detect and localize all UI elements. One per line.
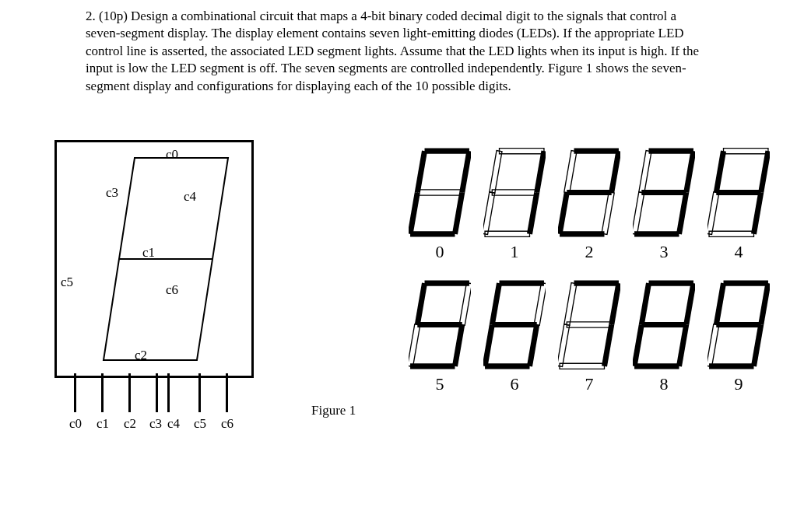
- digit-label: 8: [629, 374, 699, 394]
- svg-marker-27: [683, 151, 695, 194]
- svg-marker-56: [558, 324, 570, 367]
- seven-segment-module: c0 c3 c4 c1 c5 c6 c2 c0 c1 c2 c3 c4 c5 c…: [31, 140, 272, 428]
- svg-marker-62: [683, 283, 695, 326]
- svg-marker-9: [500, 149, 544, 154]
- svg-marker-36: [751, 192, 764, 235]
- svg-marker-31: [716, 190, 760, 195]
- label-c4: c4: [184, 189, 196, 205]
- svg-marker-41: [459, 283, 471, 326]
- digit-label: 0: [405, 242, 475, 262]
- svg-marker-70: [707, 324, 719, 367]
- svg-marker-17: [567, 190, 611, 195]
- problem-number: 2.: [86, 9, 96, 23]
- svg-marker-63: [633, 324, 644, 367]
- svg-marker-2: [425, 149, 469, 154]
- svg-marker-29: [676, 192, 689, 235]
- svg-marker-39: [410, 363, 455, 369]
- svg-marker-10: [492, 190, 536, 195]
- digit-5: 5: [405, 280, 475, 397]
- svg-marker-53: [560, 363, 604, 369]
- svg-marker-22: [602, 192, 614, 235]
- label-c5: c5: [61, 275, 73, 290]
- svg-marker-18: [560, 231, 604, 236]
- svg-marker-6: [459, 151, 471, 194]
- svg-marker-67: [709, 363, 753, 369]
- digit-label: 5: [405, 374, 475, 394]
- problem-body: Design a combinational circuit that maps…: [86, 9, 699, 93]
- label-c0: c0: [166, 147, 178, 163]
- svg-marker-32: [709, 231, 753, 236]
- pin-c0: [74, 373, 76, 412]
- svg-marker-35: [707, 192, 719, 235]
- digit-3: 3: [629, 148, 699, 264]
- pinlabel-c4: c4: [167, 416, 180, 432]
- svg-marker-42: [409, 324, 420, 367]
- pin-c3: [156, 373, 158, 412]
- svg-marker-65: [724, 281, 768, 286]
- svg-marker-37: [425, 281, 469, 286]
- svg-marker-16: [574, 149, 619, 154]
- svg-marker-23: [649, 149, 693, 154]
- segment-parallelogram: [104, 158, 228, 360]
- svg-marker-8: [452, 192, 465, 235]
- pinlabel-c5: c5: [194, 416, 206, 432]
- svg-marker-20: [609, 151, 620, 194]
- svg-marker-30: [724, 149, 768, 154]
- svg-marker-12: [490, 151, 502, 194]
- problem-points: (10p): [99, 9, 128, 23]
- svg-marker-68: [714, 283, 726, 326]
- pinlabel-c6: c6: [221, 416, 233, 432]
- svg-marker-58: [649, 281, 693, 286]
- svg-marker-54: [564, 283, 577, 326]
- svg-marker-34: [758, 151, 770, 194]
- pin-c2: [128, 373, 131, 412]
- svg-marker-13: [534, 151, 546, 194]
- svg-marker-40: [415, 283, 427, 326]
- problem-statement: 2. (10p) Design a combinational circuit …: [86, 8, 708, 95]
- pin-c1: [101, 373, 104, 412]
- module-pins: c0 c1 c2 c3 c4 c5 c6: [58, 373, 245, 428]
- digit-label: 3: [629, 242, 699, 262]
- label-c1: c1: [142, 245, 155, 261]
- svg-marker-7: [409, 192, 420, 235]
- digit-0: 0: [405, 148, 475, 264]
- digit-4: 4: [704, 148, 774, 264]
- svg-marker-46: [485, 363, 529, 369]
- digit-8: 8: [629, 280, 699, 397]
- digit-9: 9: [704, 280, 774, 397]
- figure-caption: Figure 1: [311, 403, 356, 418]
- svg-marker-19: [564, 151, 577, 194]
- svg-marker-3: [417, 190, 462, 195]
- svg-marker-33: [714, 151, 726, 194]
- svg-marker-47: [490, 283, 502, 326]
- svg-marker-25: [634, 231, 679, 236]
- digit-label: 7: [554, 374, 624, 394]
- svg-marker-24: [641, 190, 686, 195]
- digit-6: 6: [479, 280, 549, 397]
- svg-marker-60: [634, 363, 679, 369]
- pinlabel-c3: c3: [149, 416, 162, 432]
- svg-marker-14: [483, 192, 495, 235]
- svg-marker-43: [452, 324, 465, 367]
- svg-marker-15: [527, 192, 539, 235]
- svg-marker-5: [415, 151, 427, 194]
- digit-label: 2: [554, 242, 624, 262]
- label-c3: c3: [106, 185, 118, 201]
- figure-1: c0 c3 c4 c1 c5 c6 c2 c0 c1 c2 c3 c4 c5 c…: [31, 140, 778, 513]
- pinlabel-c0: c0: [69, 416, 82, 432]
- svg-marker-4: [410, 231, 455, 236]
- svg-marker-48: [534, 283, 546, 326]
- module-outline: c0 c3 c4 c1 c5 c6 c2: [54, 140, 254, 378]
- digit-2: 2: [554, 148, 624, 264]
- label-c6: c6: [166, 282, 178, 298]
- pinlabel-c1: c1: [97, 416, 109, 432]
- svg-marker-57: [602, 324, 614, 367]
- svg-marker-66: [716, 322, 760, 327]
- digit-label: 9: [704, 374, 774, 394]
- digit-label: 6: [479, 374, 549, 394]
- svg-marker-28: [633, 192, 644, 235]
- svg-marker-51: [574, 281, 619, 286]
- svg-marker-26: [639, 151, 651, 194]
- svg-marker-55: [609, 283, 620, 326]
- pin-c6: [226, 373, 228, 412]
